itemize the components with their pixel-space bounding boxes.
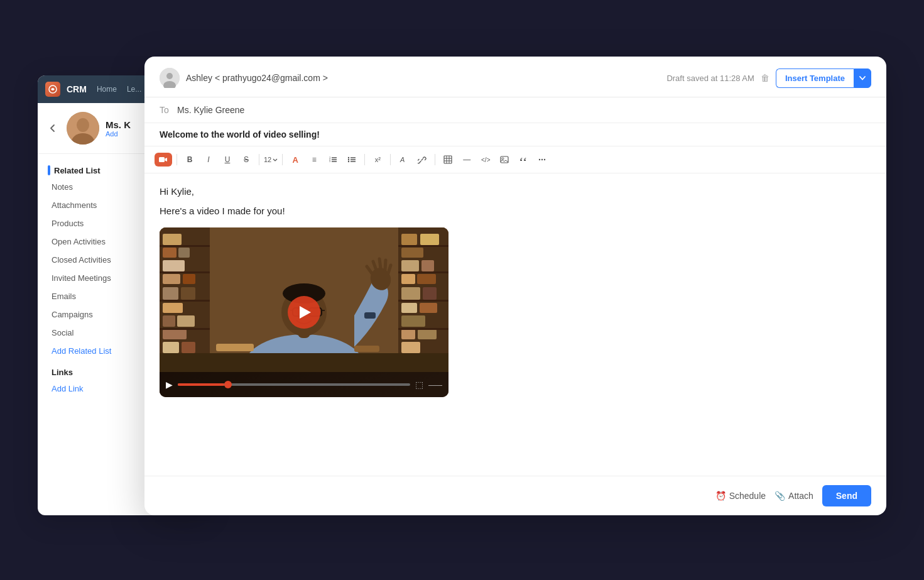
svg-point-29 — [541, 159, 543, 160]
svg-rect-55 — [401, 260, 419, 271]
to-label: To — [160, 105, 172, 115]
svg-rect-21 — [444, 156, 452, 163]
toolbar-divider-3 — [282, 154, 283, 165]
svg-rect-52 — [401, 234, 417, 245]
svg-rect-57 — [401, 274, 415, 284]
strikethrough-button[interactable]: S — [238, 151, 254, 168]
svg-rect-88 — [364, 312, 376, 319]
insert-template-group: Insert Template — [776, 68, 871, 88]
svg-rect-46 — [182, 342, 195, 353]
draft-status-text: Draft saved at 11:28 AM — [666, 74, 754, 83]
svg-line-84 — [379, 259, 381, 268]
link-button[interactable] — [414, 151, 430, 168]
image-button[interactable] — [496, 151, 513, 168]
video-embed[interactable]: ▶ ⬚ —— — [160, 227, 448, 397]
video-screenshot-icon[interactable]: ⬚ — [415, 380, 423, 390]
svg-text:A: A — [399, 156, 405, 163]
italic-button[interactable]: I — [200, 151, 217, 168]
send-button[interactable]: Send — [822, 485, 871, 506]
svg-rect-35 — [178, 248, 190, 258]
svg-rect-58 — [417, 274, 436, 284]
unordered-list-button[interactable] — [344, 151, 360, 168]
svg-rect-48 — [160, 271, 210, 273]
svg-rect-49 — [160, 300, 210, 302]
superscript-button[interactable]: x² — [369, 151, 386, 168]
code-button[interactable]: </> — [477, 151, 494, 168]
svg-rect-47 — [160, 245, 210, 247]
video-progress-track[interactable] — [178, 383, 410, 386]
svg-rect-7 — [159, 157, 165, 162]
svg-rect-42 — [163, 315, 175, 327]
svg-rect-41 — [163, 303, 183, 313]
svg-rect-56 — [421, 260, 434, 271]
svg-rect-45 — [163, 342, 179, 353]
table-button[interactable] — [440, 151, 456, 168]
svg-point-30 — [544, 159, 545, 160]
add-label[interactable]: Add — [106, 130, 131, 138]
to-value: Ms. Kylie Greene — [177, 105, 244, 115]
play-triangle-icon — [300, 306, 311, 319]
svg-rect-38 — [183, 274, 195, 284]
align-button[interactable]: ≡ — [306, 151, 322, 168]
svg-point-2 — [77, 118, 89, 132]
schedule-button[interactable]: ⏰ Schedule — [715, 491, 766, 501]
video-toolbar-button[interactable] — [155, 153, 172, 167]
svg-rect-36 — [163, 260, 185, 271]
bold-button[interactable]: B — [182, 151, 198, 168]
back-button[interactable] — [45, 121, 60, 136]
crm-nav-le[interactable]: Le... — [127, 85, 141, 94]
email-draft-status-area: Draft saved at 11:28 AM 🗑 Insert Templat… — [666, 68, 871, 88]
insert-template-button[interactable]: Insert Template — [776, 68, 854, 88]
schedule-label: Schedule — [729, 491, 766, 501]
underline-button[interactable]: U — [219, 151, 236, 168]
sender-avatar — [160, 68, 180, 88]
email-body-text: Here's a video I made for you! — [160, 205, 871, 216]
crm-nav-home[interactable]: Home — [97, 85, 117, 94]
svg-rect-61 — [401, 303, 417, 313]
email-header: Ashley < prathyugo24@gmail.com > Draft s… — [144, 57, 886, 97]
svg-rect-91 — [354, 346, 379, 352]
attach-icon: 📎 — [775, 491, 785, 501]
font-size-select[interactable]: 12 — [264, 156, 278, 163]
sender-email: Ashley < prathyugo24@gmail.com > — [186, 73, 328, 83]
trash-icon[interactable]: 🗑 — [761, 73, 769, 83]
svg-rect-62 — [420, 303, 437, 313]
svg-text:3: 3 — [329, 160, 331, 163]
svg-rect-90 — [216, 344, 254, 351]
toolbar-divider-1 — [177, 154, 177, 165]
email-body: Hi Kylie, Here's a video I made for you! — [144, 173, 886, 476]
email-subject: Welcome to the world of video selling! — [144, 123, 886, 146]
video-progress-fill — [178, 383, 224, 386]
svg-point-14 — [348, 157, 349, 158]
email-footer: ⏰ Schedule 📎 Attach Send — [144, 476, 886, 515]
attach-label: Attach — [788, 491, 813, 501]
font-color-2-button[interactable]: A — [395, 151, 411, 168]
email-sender-area: Ashley < prathyugo24@gmail.com > — [160, 68, 328, 88]
toolbar-divider-5 — [390, 154, 391, 165]
divider-button[interactable]: — — [459, 151, 475, 168]
font-color-button[interactable]: A — [287, 151, 303, 168]
insert-template-dropdown[interactable] — [854, 68, 871, 88]
svg-rect-66 — [401, 342, 420, 353]
video-play-button[interactable] — [288, 296, 320, 329]
quote-button[interactable] — [515, 151, 531, 168]
svg-rect-37 — [163, 274, 180, 284]
video-time: —— — [428, 381, 442, 388]
svg-point-15 — [348, 159, 349, 160]
ordered-list-button[interactable]: 1 2 3 — [325, 151, 341, 168]
svg-rect-68 — [398, 271, 448, 273]
attach-button[interactable]: 📎 Attach — [775, 491, 813, 501]
avatar — [67, 112, 99, 145]
svg-rect-63 — [401, 315, 425, 327]
svg-rect-50 — [160, 328, 210, 330]
more-options-button[interactable] — [534, 151, 550, 168]
svg-rect-59 — [401, 287, 420, 300]
svg-rect-26 — [501, 156, 508, 163]
video-play-control[interactable]: ▶ — [166, 380, 173, 390]
video-controls-bar: ▶ ⬚ —— — [160, 372, 448, 397]
toolbar-divider-4 — [364, 154, 365, 165]
toolbar-divider-6 — [435, 154, 435, 165]
svg-rect-33 — [163, 234, 182, 245]
svg-rect-60 — [423, 287, 437, 300]
contact-name: Ms. K — [106, 119, 131, 130]
